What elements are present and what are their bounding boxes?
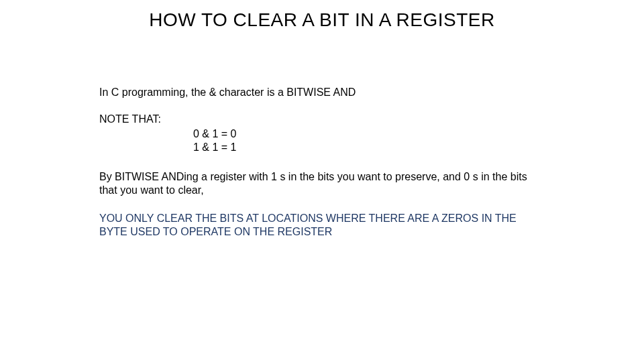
intro-text: In C programming, the & character is a B… bbox=[99, 86, 545, 99]
slide-body: In C programming, the & character is a B… bbox=[99, 86, 545, 239]
truth-line-2: 1 & 1 = 1 bbox=[193, 141, 545, 154]
slide: HOW TO CLEAR A BIT IN A REGISTER In C pr… bbox=[0, 0, 644, 362]
truth-line-1: 0 & 1 = 0 bbox=[193, 127, 545, 141]
emphasis-text: YOU ONLY CLEAR THE BITS AT LOCATIONS WHE… bbox=[99, 212, 545, 239]
explanation-text: By BITWISE ANDing a register with 1 s in… bbox=[99, 170, 545, 197]
slide-title: HOW TO CLEAR A BIT IN A REGISTER bbox=[0, 9, 644, 31]
truth-table: 0 & 1 = 0 1 & 1 = 1 bbox=[193, 127, 545, 154]
note-label: NOTE THAT: bbox=[99, 113, 545, 126]
